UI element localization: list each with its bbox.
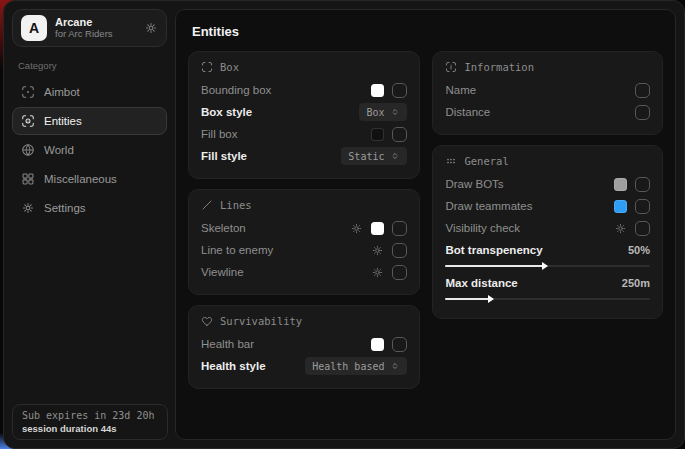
session-duration-text: session duration 44s bbox=[22, 423, 158, 434]
line-icon bbox=[201, 199, 213, 211]
setting-row-line-to-enemy: Line to enemy bbox=[201, 239, 407, 261]
info-scan-icon bbox=[445, 61, 457, 73]
checkbox[interactable] bbox=[635, 105, 650, 120]
setting-row-box-style: Box styleBox bbox=[201, 101, 407, 123]
heart-icon bbox=[201, 315, 213, 327]
setting-label: Visibility check bbox=[445, 222, 520, 234]
checkbox[interactable] bbox=[635, 83, 650, 98]
sidebar-nav: AimbotEntitiesWorldMiscellaneousSettings bbox=[12, 78, 167, 222]
slider-label: Max distance bbox=[445, 277, 517, 289]
sidebar-item-world[interactable]: World bbox=[12, 136, 167, 164]
setting-label: Draw teammates bbox=[445, 200, 532, 212]
checkbox[interactable] bbox=[635, 199, 650, 214]
card-box: BoxBounding boxBox styleBoxFill boxFill … bbox=[188, 51, 420, 179]
checkbox[interactable] bbox=[392, 83, 407, 98]
color-swatch[interactable] bbox=[614, 200, 627, 213]
gear-icon[interactable] bbox=[371, 244, 384, 257]
setting-label: Viewline bbox=[201, 266, 244, 278]
slider-track[interactable] bbox=[445, 298, 650, 300]
sidebar-item-settings[interactable]: Settings bbox=[12, 194, 167, 222]
setting-controls bbox=[614, 199, 650, 214]
desktop-background: A Arcane for Arc Riders Category AimbotE… bbox=[0, 0, 685, 449]
setting-row-health-style: Health styleHealth based bbox=[201, 355, 407, 377]
dropdown-select[interactable]: Box bbox=[359, 103, 407, 121]
crosshair-icon bbox=[21, 85, 35, 99]
checkbox[interactable] bbox=[392, 127, 407, 142]
slider-bot-transpenency: Bot transpenency50% bbox=[445, 241, 650, 267]
gear-icon[interactable] bbox=[614, 222, 627, 235]
setting-controls bbox=[371, 127, 407, 142]
checkbox[interactable] bbox=[635, 177, 650, 192]
card-header: General bbox=[445, 155, 650, 167]
card-general: GeneralDraw BOTsDraw teammatesVisibility… bbox=[432, 145, 663, 319]
setting-row-visibility-check: Visibility check bbox=[445, 217, 650, 239]
slider-header: Max distance250m bbox=[445, 274, 650, 292]
slider-fill bbox=[445, 265, 543, 267]
gear-icon[interactable] bbox=[371, 266, 384, 279]
slider-track[interactable] bbox=[445, 265, 650, 267]
setting-controls bbox=[635, 105, 650, 120]
card-title: Lines bbox=[220, 199, 252, 211]
subscription-card: Sub expires in 23d 20h session duration … bbox=[12, 404, 168, 440]
setting-controls bbox=[614, 221, 650, 236]
brand-card: A Arcane for Arc Riders bbox=[12, 9, 167, 47]
sidebar-item-label: World bbox=[44, 144, 74, 156]
slider-header: Bot transpenency50% bbox=[445, 241, 650, 259]
checkbox[interactable] bbox=[392, 221, 407, 236]
dropdown-select[interactable]: Health based bbox=[305, 357, 407, 375]
setting-controls bbox=[635, 83, 650, 98]
slider-max-distance: Max distance250m bbox=[445, 274, 650, 300]
checkbox[interactable] bbox=[635, 221, 650, 236]
main-panel: Entities BoxBounding boxBox styleBoxFill… bbox=[175, 9, 676, 440]
setting-label: Line to enemy bbox=[201, 244, 273, 256]
setting-label: Health style bbox=[201, 360, 266, 372]
slider-fill bbox=[445, 298, 490, 300]
color-swatch[interactable] bbox=[371, 84, 384, 97]
slider-thumb[interactable] bbox=[488, 295, 494, 303]
sidebar-item-entities[interactable]: Entities bbox=[12, 107, 167, 135]
cheat-menu-window: A Arcane for Arc Riders Category AimbotE… bbox=[3, 0, 685, 449]
sidebar-item-label: Miscellaneous bbox=[44, 173, 117, 185]
checkbox[interactable] bbox=[392, 243, 407, 258]
sidebar: A Arcane for Arc Riders Category AimbotE… bbox=[4, 1, 175, 448]
setting-controls: Health based bbox=[305, 357, 407, 375]
setting-controls: Static bbox=[341, 147, 407, 165]
checkbox[interactable] bbox=[392, 337, 407, 352]
setting-row-draw-bots: Draw BOTs bbox=[445, 173, 650, 195]
color-swatch[interactable] bbox=[371, 338, 384, 351]
setting-controls bbox=[614, 177, 650, 192]
setting-row-health-bar: Health bar bbox=[201, 333, 407, 355]
setting-row-skeleton: Skeleton bbox=[201, 217, 407, 239]
setting-row-bounding-box: Bounding box bbox=[201, 79, 407, 101]
slider-value: 50% bbox=[628, 244, 650, 256]
setting-label: Bounding box bbox=[201, 84, 271, 96]
sidebar-item-aimbot[interactable]: Aimbot bbox=[12, 78, 167, 106]
setting-label: Fill box bbox=[201, 128, 237, 140]
gear-icon[interactable] bbox=[350, 222, 363, 235]
setting-row-draw-teammates: Draw teammates bbox=[445, 195, 650, 217]
gear-icon[interactable] bbox=[144, 21, 158, 35]
card-header: Survivability bbox=[201, 315, 407, 327]
sidebar-item-miscellaneous[interactable]: Miscellaneous bbox=[12, 165, 167, 193]
right-column: InformationNameDistanceGeneralDraw BOTsD… bbox=[432, 51, 663, 319]
brand-text: Arcane for Arc Riders bbox=[55, 16, 136, 40]
setting-controls bbox=[371, 337, 407, 352]
brand-subtitle: for Arc Riders bbox=[55, 29, 136, 40]
dropdown-value: Health based bbox=[312, 361, 384, 372]
color-swatch[interactable] bbox=[371, 128, 384, 141]
card-title: Box bbox=[220, 61, 239, 73]
setting-controls bbox=[371, 243, 407, 258]
color-swatch[interactable] bbox=[614, 178, 627, 191]
brand-name: Arcane bbox=[55, 16, 136, 29]
panel-body: BoxBounding boxBox styleBoxFill boxFill … bbox=[188, 51, 663, 389]
setting-label: Fill style bbox=[201, 150, 247, 162]
color-swatch[interactable] bbox=[371, 222, 384, 235]
chevrons-up-down-icon bbox=[390, 361, 400, 371]
setting-label: Box style bbox=[201, 106, 252, 118]
setting-controls bbox=[350, 221, 407, 236]
card-header: Box bbox=[201, 61, 407, 73]
sub-expiry-text: Sub expires in 23d 20h bbox=[22, 410, 158, 421]
dropdown-select[interactable]: Static bbox=[341, 147, 407, 165]
slider-thumb[interactable] bbox=[542, 262, 548, 270]
checkbox[interactable] bbox=[392, 265, 407, 280]
